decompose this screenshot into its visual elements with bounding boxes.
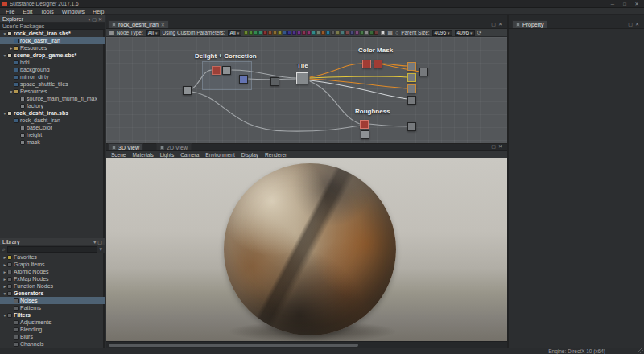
graph-node-colormask-b[interactable] xyxy=(374,60,382,68)
library-item-channels[interactable]: Channels xyxy=(0,340,105,348)
library-item-adjustments[interactable]: Adjustments xyxy=(0,319,105,326)
view3d-menu-lights[interactable]: Lights xyxy=(157,151,177,158)
menu-edit[interactable]: Edit xyxy=(19,8,36,15)
tab-2d-view[interactable]: 2D View xyxy=(156,143,192,150)
color-chip[interactable] xyxy=(336,31,340,35)
color-chip[interactable] xyxy=(307,31,311,35)
panel-corner-icons[interactable]: ▢✕ xyxy=(491,143,505,149)
tab-property[interactable]: Property xyxy=(512,20,547,28)
node-type-select[interactable]: All▾ xyxy=(146,30,160,36)
color-chip[interactable] xyxy=(283,31,287,35)
color-chip[interactable] xyxy=(254,31,258,35)
float-panel-icon[interactable]: ▢ xyxy=(97,239,102,245)
view3d-menu-environment[interactable]: Environment xyxy=(202,151,238,158)
graph-canvas[interactable]: Delight + Correction Tile Color Mask Rou… xyxy=(106,37,507,144)
view3d-menu-materials[interactable]: Materials xyxy=(129,151,156,158)
color-chip[interactable] xyxy=(374,31,378,35)
display-options-icon[interactable]: ▩ xyxy=(387,30,393,36)
explorer-item-source-main-thumb-fi-max[interactable]: source_main_thumb_fi_max xyxy=(0,95,105,102)
explorer-item-background[interactable]: background xyxy=(0,66,105,73)
menu-tools[interactable]: Tools xyxy=(36,8,57,15)
library-item-noises[interactable]: Noises xyxy=(0,297,105,304)
view3d-menu-camera[interactable]: Camera xyxy=(177,151,202,158)
explorer-item-basecolor[interactable]: baseColor xyxy=(0,124,105,131)
tab-graph-rock-dasht-iran[interactable]: rock_desht_iran ✕ xyxy=(108,20,169,28)
resize-grip[interactable] xyxy=(638,348,643,353)
graph-output-node[interactable] xyxy=(407,73,416,82)
library-item-favorites[interactable]: ▸Favorites xyxy=(0,253,105,261)
color-chip[interactable] xyxy=(326,31,330,35)
color-chip[interactable] xyxy=(273,31,277,35)
close-icon[interactable]: ✕ xyxy=(632,1,642,6)
color-chip[interactable] xyxy=(302,31,306,35)
float-panel-icon[interactable]: ▢ xyxy=(92,16,97,22)
horizontal-scrollbar[interactable] xyxy=(106,341,507,348)
panel-corner-icons[interactable]: ▢✕ xyxy=(628,21,642,27)
explorer-item-resources[interactable]: ▾Resources xyxy=(0,88,105,95)
graph-node-source[interactable] xyxy=(183,86,192,95)
explorer-item-rock-dasht-iran[interactable]: rock_dasht_iran xyxy=(0,37,105,44)
maximize-icon[interactable]: □ xyxy=(620,2,630,6)
library-search-input[interactable] xyxy=(7,246,98,253)
parent-width-select[interactable]: 4096▾ xyxy=(432,30,452,36)
library-item-patterns[interactable]: Patterns xyxy=(0,304,105,311)
color-chip[interactable] xyxy=(350,31,354,35)
library-item-fxmap-nodes[interactable]: ▸FxMap Nodes xyxy=(0,275,105,282)
library-item-filters[interactable]: ▾Filters xyxy=(0,311,105,319)
graph-node-roughness-b[interactable] xyxy=(361,130,369,139)
refresh-icon[interactable]: ⟳ xyxy=(477,30,482,36)
panel-menu-icon[interactable]: ▾ xyxy=(93,239,96,245)
color-chip[interactable] xyxy=(258,31,262,35)
graph-node-tile[interactable] xyxy=(296,72,308,84)
graph-node-blend[interactable] xyxy=(270,77,279,86)
tab-3d-view[interactable]: 3D View xyxy=(108,143,143,150)
graph-node-delight-a[interactable] xyxy=(212,66,221,75)
close-tab-icon[interactable]: ✕ xyxy=(161,22,165,27)
color-chip[interactable] xyxy=(292,31,296,35)
color-chip[interactable] xyxy=(316,31,320,35)
graph-output-node[interactable] xyxy=(407,96,416,105)
color-chip[interactable] xyxy=(312,31,316,35)
explorer-item-mirror-dirty[interactable]: mirror_dirty xyxy=(0,73,105,80)
viewport-3d[interactable] xyxy=(106,158,507,341)
view3d-menu-scene[interactable]: Scene xyxy=(108,151,129,158)
graph-node-delight-b[interactable] xyxy=(222,66,231,75)
explorer-item-rock-dasht-iran[interactable]: rock_dasht_iran xyxy=(0,117,105,124)
custom-params-select[interactable]: All▾ xyxy=(228,30,242,36)
minimize-icon[interactable]: ─ xyxy=(608,2,617,6)
color-chip[interactable] xyxy=(360,31,364,35)
explorer-item-rock-desht-iran-sbs[interactable]: ▾rock_desht_iran.sbs xyxy=(0,109,105,117)
graph-output-node[interactable] xyxy=(407,62,416,71)
graph-node-levels[interactable] xyxy=(239,75,248,84)
library-item-blurs[interactable]: Blurs xyxy=(0,333,105,340)
color-chip[interactable] xyxy=(249,31,253,35)
menu-file[interactable]: File xyxy=(2,8,19,15)
explorer-item-rock-desht-iran-sbs-[interactable]: ▾rock_desht_iran.sbs* xyxy=(0,30,105,37)
library-item-function-nodes[interactable]: ▸Function Nodes xyxy=(0,282,105,290)
library-item-blending[interactable]: Blending xyxy=(0,326,105,333)
menu-help[interactable]: Help xyxy=(89,8,108,15)
color-chip[interactable] xyxy=(297,31,301,35)
filter-icon[interactable]: ▾ xyxy=(99,246,102,253)
color-chip[interactable] xyxy=(365,31,369,35)
color-chip[interactable] xyxy=(321,31,325,35)
color-chip[interactable] xyxy=(263,31,267,35)
explorer-item-resources[interactable]: ▸Resources xyxy=(0,44,105,51)
explorer-item-hdri[interactable]: hdri xyxy=(0,59,105,66)
library-item-graph-items[interactable]: ▸Graph Items xyxy=(0,261,105,268)
parent-height-select[interactable]: 4096▾ xyxy=(455,30,475,36)
view3d-menu-renderer[interactable]: Renderer xyxy=(262,151,290,158)
library-item-generators[interactable]: ▾Generators xyxy=(0,290,105,297)
panel-corner-icons[interactable]: ▢✕ xyxy=(491,21,505,27)
graph-output-node[interactable] xyxy=(407,84,416,93)
color-chip[interactable] xyxy=(341,31,345,35)
scrollbar-thumb[interactable] xyxy=(109,344,358,347)
library-item-atomic-nodes[interactable]: ▸Atomic Nodes xyxy=(0,268,105,275)
color-chip[interactable] xyxy=(331,31,335,35)
color-chip[interactable] xyxy=(278,31,282,35)
explorer-item-scene-drop-game-sbs-[interactable]: ▾scene_drop_game.sbs* xyxy=(0,51,105,59)
color-chip[interactable] xyxy=(355,31,359,35)
color-chip[interactable] xyxy=(268,31,272,35)
color-chip[interactable] xyxy=(244,31,248,35)
menu-windows[interactable]: Windows xyxy=(58,8,89,15)
